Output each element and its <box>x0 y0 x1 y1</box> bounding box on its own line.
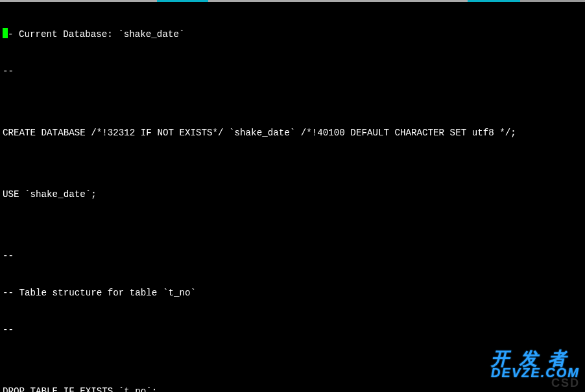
cursor-block <box>3 28 8 38</box>
terminal-line: -- <box>3 324 582 336</box>
watermark-brand: 开 发 者 DEVZE.COM <box>491 352 580 379</box>
line-text: - Current Database: `shake_date` <box>8 29 184 40</box>
line-text: -- <box>3 251 14 261</box>
terminal-line: -- <box>3 65 582 78</box>
line-text: CREATE DATABASE /*!32312 IF NOT EXISTS*/… <box>3 128 516 138</box>
line-text: DROP TABLE IF EXISTS `t_no`; <box>3 386 157 392</box>
terminal-line: USE `shake_date`; <box>3 189 582 201</box>
terminal-output[interactable]: - Current Database: `shake_date` -- CREA… <box>0 2 585 392</box>
line-text: -- <box>3 325 14 335</box>
line-text: -- <box>3 66 14 76</box>
terminal-line: DROP TABLE IF EXISTS `t_no`; <box>3 386 582 392</box>
line-text: -- Table structure for table `t_no` <box>3 288 196 298</box>
line-text: USE `shake_date`; <box>3 189 97 200</box>
terminal-line: CREATE DATABASE /*!32312 IF NOT EXISTS*/… <box>3 127 582 139</box>
terminal-line: -- Table structure for table `t_no` <box>3 287 582 299</box>
terminal-line: - Current Database: `shake_date` <box>3 28 582 41</box>
watermark-csd: CSD <box>551 377 580 389</box>
terminal-line: -- <box>3 250 582 262</box>
